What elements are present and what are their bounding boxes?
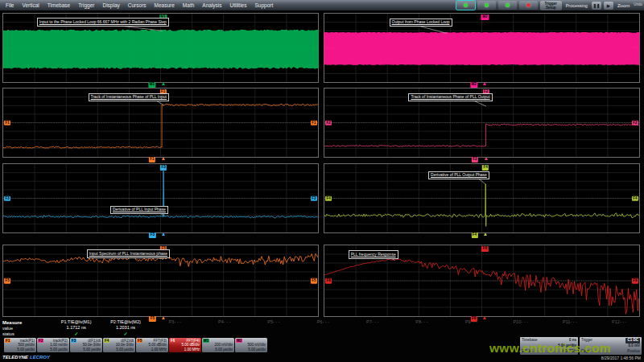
descriptor-F4[interactable]: F4d(F2)/dt10.0e-3/div5.00 µs/div: [103, 338, 135, 352]
pll-output-signal-trigger-position-marker: [483, 82, 486, 85]
measure-param-P7[interactable]: P7- - -: [348, 320, 397, 325]
pll-frequency-response-right-level-chip: F6: [632, 278, 638, 284]
top-toolbar: Trigger Setup Processing ❚❚ ▶ Zoom Undo: [456, 0, 642, 10]
pll-input-phase-derivative-plot: [3, 164, 318, 232]
menu-cursors[interactable]: Cursors: [128, 2, 147, 8]
descriptor-F5[interactable]: F5FFT(F3)5.00 dB/div1.00 MHz: [136, 338, 168, 352]
trigger-setup-label-2: Setup: [540, 6, 562, 10]
pll-output-signal-left-level-chip: M2: [325, 46, 330, 50]
grid-pll-input-phase-derivative[interactable]: Derivative of PLL Input PhaseF3F3F3F3: [2, 163, 319, 233]
measure-row-label-value: value: [0, 326, 52, 331]
pll-output-phase-derivative-bottom-marker: F4: [471, 232, 477, 238]
pll-output-phase-derivative-trigger-position-marker: [484, 232, 487, 236]
menu-display[interactable]: Display: [102, 2, 119, 8]
descriptor-M1[interactable]: M1200 mV/div5.00 µs/div: [202, 338, 234, 352]
analysis-app-icon[interactable]: [456, 1, 475, 10]
pll-input-phase-track-trigger-position-marker: [162, 157, 165, 160]
pll-input-phase-track-left-level-chip: F1: [4, 120, 10, 125]
menu-timebase[interactable]: Timebase: [47, 2, 70, 8]
pll-input-phase-track-right-level-chip: F1: [311, 120, 317, 125]
undo-button[interactable]: Undo: [634, 3, 642, 7]
descriptor-chip-F2: F2: [38, 339, 43, 343]
pll-output-phase-derivative-top-marker: F4: [482, 165, 489, 171]
trigger-source-chip: C1 DC: [625, 338, 640, 343]
menu-support[interactable]: Support: [254, 2, 273, 8]
measure-table: MeasureP1:TIE@lv(M1)P2:TIE@lv(M2)P3- - -…: [0, 319, 644, 337]
grid-pll-frequency-response[interactable]: PLL frequency ResponseF6F6F6F6: [324, 245, 640, 317]
measure-row-status: status✓✓: [0, 331, 644, 336]
measure-param-P5[interactable]: P5- - -: [249, 320, 298, 325]
pll-input-phase-spectrum-right-level-chip: F5: [311, 278, 317, 284]
menu-measure[interactable]: Measure: [155, 2, 175, 8]
pll-output-phase-track-trigger-position-marker: [485, 157, 488, 160]
pll-input-phase-derivative-bottom-marker: F3: [149, 232, 155, 238]
stop-app-icon[interactable]: [519, 1, 538, 10]
grid-pll-input-phase-track[interactable]: Track of Instantaneous Phase of PLL Inpu…: [2, 88, 319, 158]
measure-param-P8[interactable]: P8- - -: [397, 320, 446, 325]
pll-output-signal-plot: [324, 14, 639, 82]
play-button[interactable]: ▶: [604, 2, 613, 10]
watermark: www.cntronics.com: [489, 341, 611, 356]
measure-param-P6[interactable]: P6- - -: [299, 320, 348, 325]
measure-param-P4[interactable]: P4- - -: [200, 320, 249, 325]
descriptor-F3-line3: 5.00 µs/div: [83, 348, 101, 352]
measure-param-P12[interactable]: P12- - -: [595, 320, 644, 325]
grid-pll-output-phase-track[interactable]: Track of Instantaneous Phase of PLL Outp…: [324, 88, 640, 158]
descriptor-F1[interactable]: F1track(P1)500 ps/div5.00 µs/div: [4, 338, 36, 352]
descriptor-chip-F6: F6: [170, 339, 175, 343]
measure-app-icon[interactable]: [498, 1, 517, 10]
pll-frequency-response-top-marker: F6: [481, 246, 488, 252]
descriptor-F6-line2: 5.00 dB/div: [181, 343, 200, 348]
pll-input-phase-derivative-left-level-chip: F3: [4, 195, 10, 201]
grid-pll-input-signal[interactable]: Input to the Phase Locked Loop 66.667 MH…: [2, 13, 319, 83]
descriptor-chip-F1: F1: [5, 339, 10, 343]
pll-input-signal-right-level-chip: M1: [312, 46, 317, 50]
pause-button[interactable]: ❚❚: [592, 2, 601, 10]
trigger-setup-button[interactable]: Trigger Setup: [540, 1, 562, 10]
pll-output-phase-derivative-left-level-chip: F4: [325, 195, 332, 201]
pll-input-phase-spectrum-annotation: Input Spectrum of PLL Instantaneous phas…: [87, 249, 170, 258]
menu-vertical[interactable]: Vertical: [22, 2, 39, 8]
descriptor-M2[interactable]: M2500 mV/div5.00 µs/div: [235, 338, 267, 352]
measure-param-P11[interactable]: P11- - -: [545, 320, 594, 325]
oscilloscope-screen: FileVerticalTimebaseTriggerDisplayCursor…: [0, 0, 644, 362]
measure-param-P3[interactable]: P3- - -: [151, 320, 200, 325]
descriptor-F4-line3: 5.00 µs/div: [116, 348, 134, 352]
pll-input-phase-track-bottom-marker: F1: [149, 157, 155, 162]
pll-output-phase-derivative-annotation: Derivative of PLL Output Phase: [428, 171, 489, 180]
descriptor-F3-line2: 50.0e-3/div: [83, 343, 101, 348]
measure-param-P10[interactable]: P10- - -: [496, 320, 545, 325]
menu-trigger[interactable]: Trigger: [78, 2, 94, 8]
pll-input-signal-annotation: Input to the Phase Locked Loop 66.667 MH…: [37, 18, 169, 27]
descriptor-F6[interactable]: F6FFT(F4)5.00 dB/div1.00 MHz: [169, 338, 201, 352]
measure-param-P9[interactable]: P9- - -: [447, 320, 496, 325]
menu-file[interactable]: File: [6, 2, 14, 8]
measure-param-P2[interactable]: P2:TIE@lv(M2): [101, 320, 150, 325]
grid-pll-output-signal[interactable]: Output from Phase Locked LoopM2M2M2M2: [324, 13, 640, 83]
brand-logo: TELEDYNELECROY: [2, 355, 50, 360]
pll-output-signal-top-marker: M2: [481, 14, 489, 20]
descriptor-F1-line3: 5.00 µs/div: [17, 348, 35, 352]
pll-output-phase-track-right-level-chip: F2: [632, 120, 638, 125]
menu-math[interactable]: Math: [183, 2, 194, 8]
zoom-label[interactable]: Zoom: [617, 3, 630, 8]
pll-output-phase-track-annotation: Track of Instantaneous Phase of PLL Outp…: [408, 93, 492, 102]
pll-input-phase-derivative-right-level-chip: F3: [311, 195, 317, 201]
descriptor-F5-line2: 5.00 dB/div: [148, 343, 167, 348]
pll-output-phase-derivative-right-level-chip: F4: [632, 195, 638, 201]
measure-status-P1: ✓: [52, 331, 101, 336]
descriptor-F2[interactable]: F2track(P2)1.00 ns/div5.00 µs/div: [37, 338, 69, 352]
grid-pll-output-phase-derivative[interactable]: Derivative of PLL Output PhaseF4F4F4F4: [324, 163, 640, 233]
descriptor-M1-line2: 200 mV/div: [214, 343, 233, 348]
measure-row-Measure: MeasureP1:TIE@lv(M1)P2:TIE@lv(M2)P3- - -…: [0, 319, 644, 325]
measure-app-icon-glyph: [506, 3, 510, 7]
measure-param-P1[interactable]: P1:TIE@lv(M1): [52, 320, 101, 325]
measure-row-label-Measure: Measure: [0, 320, 52, 325]
menu-utilities[interactable]: Utilities: [230, 2, 247, 8]
grid-pll-input-phase-spectrum[interactable]: Input Spectrum of PLL Instantaneous phas…: [2, 245, 319, 317]
descriptor-M1-line3: 5.00 µs/div: [215, 348, 233, 352]
trigger-slope: Positive: [627, 349, 640, 355]
menu-analysis[interactable]: Analysis: [202, 2, 221, 8]
math-app-icon[interactable]: [477, 1, 496, 10]
descriptor-F3[interactable]: F3d(F1)/dt50.0e-3/div5.00 µs/div: [70, 338, 102, 352]
